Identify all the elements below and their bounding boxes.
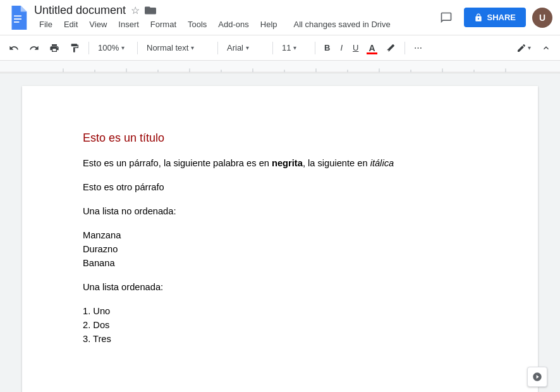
list-item: Banana <box>83 256 477 270</box>
document-area: Esto es un título Esto es un párrafo, la… <box>0 73 560 392</box>
para1-comma: , la siguiente en <box>303 158 370 168</box>
share-button[interactable]: SHARE <box>464 8 526 27</box>
undo-button[interactable] <box>5 40 23 56</box>
separator-1 <box>88 42 89 54</box>
zoom-value: 100% <box>98 43 119 52</box>
menu-format[interactable]: Format <box>145 17 181 32</box>
ruler <box>0 61 560 73</box>
font-color-label: A <box>368 43 375 53</box>
paint-format-button[interactable] <box>66 40 83 56</box>
document-heading: Esto es un título <box>83 132 477 145</box>
document-page[interactable]: Esto es un título Esto es un párrafo, la… <box>22 86 538 392</box>
svg-rect-1 <box>14 18 21 20</box>
title-bar: Untitled document ☆ File Edit View Inser… <box>0 0 560 35</box>
separator-3 <box>217 42 218 54</box>
title-section: Untitled document ☆ File Edit View Inser… <box>34 4 435 32</box>
italic-button[interactable]: I <box>336 40 346 55</box>
list-item: Durazno <box>83 242 477 256</box>
font-dropdown[interactable]: Arial ▾ <box>223 40 267 55</box>
unordered-list-label: Una lista no ordenada: <box>83 204 477 218</box>
font-color-bar <box>367 52 377 54</box>
fontsize-chevron: ▾ <box>293 44 296 51</box>
ordered-list-label: Una lista ordenada: <box>83 280 477 294</box>
lock-icon <box>474 13 483 22</box>
separator-6 <box>405 42 405 54</box>
menu-view[interactable]: View <box>84 17 112 32</box>
menu-addons[interactable]: Add-ons <box>213 17 253 32</box>
font-chevron: ▾ <box>246 44 249 51</box>
svg-rect-3 <box>0 61 560 73</box>
list-item: Tres <box>83 332 477 346</box>
zoom-dropdown[interactable]: 100% ▾ <box>94 40 132 55</box>
document-title[interactable]: Untitled document <box>34 4 126 17</box>
menu-file[interactable]: File <box>34 17 58 32</box>
list-item: Dos <box>83 318 477 332</box>
paragraph-2: Esto es otro párrafo <box>83 180 477 194</box>
floating-action-button[interactable] <box>527 367 547 387</box>
menu-help[interactable]: Help <box>255 17 283 32</box>
more-options-label: ⋯ <box>414 43 422 52</box>
collapse-toolbar-button[interactable] <box>537 40 555 56</box>
zoom-chevron: ▾ <box>121 44 125 51</box>
fontsize-value: 11 <box>282 43 291 52</box>
toolbar: 100% ▾ Normal text ▾ Arial ▾ 11 ▾ B I U … <box>0 35 560 61</box>
autosave-status: All changes saved in Drive <box>289 17 396 32</box>
print-button[interactable] <box>46 40 63 56</box>
comments-button[interactable] <box>435 6 458 29</box>
font-value: Arial <box>227 43 243 52</box>
right-controls: SHARE U <box>435 6 552 29</box>
star-icon[interactable]: ☆ <box>131 4 140 16</box>
bold-button[interactable]: B <box>320 40 334 55</box>
paragraph-1: Esto es un párrafo, la siguiente palabra… <box>83 156 477 170</box>
separator-2 <box>137 42 138 54</box>
para1-normal: Esto es un párrafo, la siguiente palabra… <box>83 158 272 168</box>
separator-5 <box>315 42 315 54</box>
share-label: SHARE <box>487 13 516 22</box>
style-chevron: ▾ <box>191 44 194 51</box>
list-item: Manzana <box>83 228 477 242</box>
para1-bold: negrita <box>272 158 303 168</box>
style-value: Normal text <box>147 43 188 52</box>
fontsize-dropdown[interactable]: 11 ▾ <box>278 40 310 55</box>
menu-bar: File Edit View Insert Format Tools Add-o… <box>34 17 435 32</box>
docs-icon <box>8 6 28 30</box>
more-options-button[interactable]: ⋯ <box>410 40 426 55</box>
unordered-list: Manzana Durazno Banana <box>83 228 477 270</box>
svg-rect-2 <box>14 21 19 22</box>
underline-button[interactable]: U <box>349 40 362 55</box>
separator-4 <box>272 42 273 54</box>
menu-edit[interactable]: Edit <box>59 17 83 32</box>
svg-rect-0 <box>14 15 21 16</box>
menu-insert[interactable]: Insert <box>113 17 144 32</box>
ordered-list: Uno Dos Tres <box>83 304 477 346</box>
avatar[interactable]: U <box>532 8 552 28</box>
style-dropdown[interactable]: Normal text ▾ <box>143 40 212 55</box>
menu-tools[interactable]: Tools <box>183 17 212 32</box>
redo-button[interactable] <box>25 40 43 56</box>
pencil-chevron: ▾ <box>528 44 531 51</box>
folder-icon[interactable] <box>145 4 156 16</box>
para1-italic: itálica <box>370 158 394 168</box>
list-item: Uno <box>83 304 477 318</box>
pencil-button[interactable]: ▾ <box>513 40 535 56</box>
highlight-button[interactable] <box>382 40 399 56</box>
font-color-button[interactable]: A <box>365 40 379 56</box>
